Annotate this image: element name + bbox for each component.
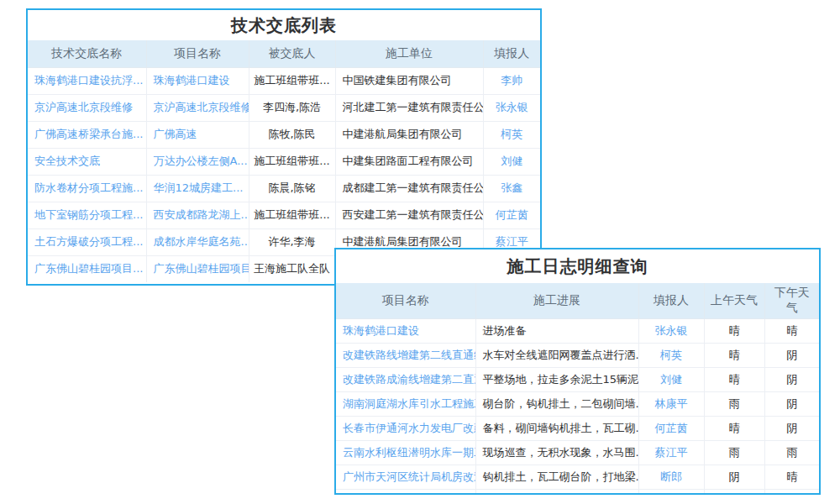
- table-row: 改建铁路成渝线增建第二直通线 平整场地，拉走多余泥土15辆泥... 刘健 晴 阴: [336, 367, 819, 391]
- link-reporter[interactable]: 何芷茵: [496, 208, 528, 221]
- table-row: 广佛高速桥梁承台施... 广佛高速 陈牧,陈民 中建港航局集团有限公司 柯英: [28, 121, 540, 148]
- cell-company: 中国铁建集团有限公司: [335, 67, 483, 94]
- table-row: 地下室钢筋分项工程... 西安成都路龙湖上... 施工班组带班... 西安建工第…: [28, 202, 540, 228]
- link-disclosure-name[interactable]: 土石方爆破分项工程...: [34, 235, 143, 248]
- cell-pm-weather: 阴: [764, 416, 819, 440]
- cell-receiver: 陈晨,陈铭: [249, 175, 335, 202]
- panel-tech-disclosure: 技术交底列表 技术交底名称 项目名称 被交底人 施工单位 填报人 珠海鹤港口建设…: [26, 8, 542, 286]
- link-project-name[interactable]: 成都水岸华庭名苑...: [154, 235, 249, 248]
- tech-disclosure-title: 技术交底列表: [28, 10, 540, 40]
- link-reporter[interactable]: 蔡江平: [655, 446, 688, 459]
- cell-am-weather: 晴: [704, 367, 764, 391]
- cell-am-weather: 雨: [704, 440, 764, 465]
- table-row: 防水卷材分项工程施... 华润12城房建工... 陈晨,陈铭 成都建工第一建筑有…: [28, 175, 540, 202]
- table-row: 改建铁路线增建第二线直通线 水车对全线遮阳网覆盖点进行洒... 柯英 晴 阴: [336, 343, 819, 367]
- link-project-name[interactable]: 云南水利枢纽潜明水库一期工程: [343, 446, 475, 459]
- link-project-name[interactable]: 珠海鹤港口建设: [343, 324, 419, 337]
- link-project-name[interactable]: 改建铁路成渝线增建第二直通线: [343, 373, 475, 386]
- cell-company: 成都建工第一建筑有限责任公司: [335, 175, 483, 202]
- link-disclosure-name[interactable]: 京沪高速北京段维修: [34, 101, 133, 113]
- col-header-reporter: 填报人: [483, 40, 540, 67]
- link-disclosure-name[interactable]: 广佛高速桥梁承台施...: [34, 128, 143, 140]
- table-row: 长春市伊通河水力发电厂改建工 备料，砌间墙钩机排土，瓦工砌... 何芷茵 晴 阴: [336, 416, 819, 440]
- cell-progress: 进场准备: [475, 318, 638, 343]
- link-reporter[interactable]: 蔡江平: [496, 235, 528, 248]
- col-header-project-name: 项目名称: [336, 283, 475, 318]
- cell-progress: 钩机排土，瓦工砌台阶，打地梁...: [475, 465, 638, 489]
- cell-receiver: 施工班组带班...: [249, 67, 335, 94]
- cell-progress: 砌台阶，钩机排土，二包砌间墙...: [475, 391, 638, 416]
- table-row: 湖南洞庭湖水库引水工程施工项 砌台阶，钩机排土，二包砌间墙... 林康平 雨 阴: [336, 391, 819, 416]
- link-disclosure-name[interactable]: 安全技术交底: [34, 155, 100, 167]
- link-reporter[interactable]: 刘健: [501, 155, 522, 167]
- cell-company: 中建港航局集团有限公司: [335, 121, 483, 148]
- table-row-clipped: [336, 489, 819, 493]
- cell-am-weather: 晴: [704, 343, 764, 367]
- link-reporter[interactable]: 何芷茵: [655, 422, 688, 434]
- cell-receiver: 陈牧,陈民: [249, 121, 335, 148]
- col-header-progress: 施工进展: [475, 283, 638, 318]
- table-row: 安全技术交底 万达办公楼左侧A... 施工班组带班... 中建集团路面工程有限公…: [28, 148, 540, 175]
- cell-receiver: 许华,李海: [249, 228, 335, 255]
- link-project-name[interactable]: 珠海鹤港口建设: [154, 74, 230, 87]
- link-disclosure-name[interactable]: 珠海鹤港口建设抗浮...: [34, 74, 143, 87]
- cell-pm-weather: 晴: [764, 318, 819, 343]
- col-header-reporter: 填报人: [638, 283, 704, 318]
- link-reporter[interactable]: 林康平: [655, 397, 688, 410]
- cell-company: 西安建工第一建筑有限责任公司: [335, 202, 483, 228]
- table-row: 广州市天河区统计局机房改造项 钩机排土，瓦工砌台阶，打地梁... 断郎 阴 晴: [336, 465, 819, 489]
- link-project-name[interactable]: 广东佛山碧桂园项目: [154, 262, 249, 275]
- link-project-name[interactable]: 湖南洞庭湖水库引水工程施工项: [343, 397, 475, 410]
- link-reporter[interactable]: 张永银: [655, 324, 688, 337]
- cell-pm-weather: 阴: [764, 391, 819, 416]
- link-project-name[interactable]: 长春市伊通河水力发电厂改建工: [343, 422, 475, 434]
- panel-construction-log: 施工日志明细查询 项目名称 施工进展 填报人 上午天气 下午天气 珠海鹤港口建设…: [334, 248, 821, 495]
- cell-receiver: 施工班组带班...: [249, 148, 335, 175]
- cell-pm-weather: 阴: [764, 367, 819, 391]
- cell-am-weather: 阴: [704, 465, 764, 489]
- table-header-row: 项目名称 施工进展 填报人 上午天气 下午天气: [336, 283, 819, 318]
- link-project-name[interactable]: 万达办公楼左侧A...: [154, 155, 248, 167]
- construction-log-table: 项目名称 施工进展 填报人 上午天气 下午天气 珠海鹤港口建设 进场准备 张永银…: [336, 283, 819, 493]
- link-reporter[interactable]: 柯英: [660, 349, 682, 361]
- tech-disclosure-table: 技术交底名称 项目名称 被交底人 施工单位 填报人 珠海鹤港口建设抗浮... 珠…: [28, 40, 540, 282]
- link-project-name[interactable]: 华润12城房建工...: [154, 181, 244, 194]
- col-header-pm-weather: 下午天气: [764, 283, 819, 318]
- link-reporter[interactable]: 张鑫: [501, 181, 522, 194]
- construction-log-title: 施工日志明细查询: [336, 249, 819, 283]
- cell-progress: 水车对全线遮阳网覆盖点进行洒...: [475, 343, 638, 367]
- table-row: 京沪高速北京段维修 京沪高速北京段维修 李四海,陈浩 河北建工第一建筑有限责任公…: [28, 94, 540, 121]
- link-disclosure-name[interactable]: 广东佛山碧桂园项目...: [34, 262, 143, 275]
- link-disclosure-name[interactable]: 防水卷材分项工程施...: [34, 181, 143, 194]
- cell-am-weather: 雨: [704, 391, 764, 416]
- link-disclosure-name[interactable]: 地下室钢筋分项工程...: [34, 208, 143, 221]
- link-reporter[interactable]: 李帅: [501, 74, 522, 87]
- link-project-name[interactable]: 改建铁路线增建第二线直通线: [343, 349, 475, 361]
- col-header-disclosure-name: 技术交底名称: [28, 40, 146, 67]
- link-reporter[interactable]: 张永银: [496, 101, 528, 113]
- cell-receiver: 施工班组带班...: [249, 202, 335, 228]
- link-project-name[interactable]: 广佛高速: [154, 128, 197, 140]
- link-project-name[interactable]: 京沪高速北京段维修: [154, 101, 249, 113]
- cell-am-weather: 晴: [704, 416, 764, 440]
- table-header-row: 技术交底名称 项目名称 被交底人 施工单位 填报人: [28, 40, 540, 67]
- table-row: 云南水利枢纽潜明水库一期工程 现场巡查，无积水现象，水马围... 蔡江平 雨 雨: [336, 440, 819, 465]
- cell-company: 中建集团路面工程有限公司: [335, 148, 483, 175]
- cell-receiver: 王海施工队全队: [249, 255, 335, 282]
- cell-progress: 平整场地，拉走多余泥土15辆泥...: [475, 367, 638, 391]
- cell-progress: 现场巡查，无积水现象，水马围...: [475, 440, 638, 465]
- cell-pm-weather: 雨: [764, 440, 819, 465]
- link-project-name[interactable]: 广州市天河区统计局机房改造项: [343, 470, 475, 483]
- link-reporter[interactable]: 柯英: [501, 128, 522, 140]
- col-header-am-weather: 上午天气: [704, 283, 764, 318]
- table-row: 珠海鹤港口建设 进场准备 张永银 晴 晴: [336, 318, 819, 343]
- cell-pm-weather: 晴: [764, 465, 819, 489]
- table-row: 珠海鹤港口建设抗浮... 珠海鹤港口建设 施工班组带班... 中国铁建集团有限公…: [28, 67, 540, 94]
- cell-receiver: 李四海,陈浩: [249, 94, 335, 121]
- link-reporter[interactable]: 断郎: [660, 470, 682, 483]
- link-reporter[interactable]: 刘健: [660, 373, 682, 386]
- link-project-name[interactable]: 西安成都路龙湖上...: [154, 208, 249, 221]
- cell-am-weather: 晴: [704, 318, 764, 343]
- cell-company: 河北建工第一建筑有限责任公司: [335, 94, 483, 121]
- cell-pm-weather: 阴: [764, 343, 819, 367]
